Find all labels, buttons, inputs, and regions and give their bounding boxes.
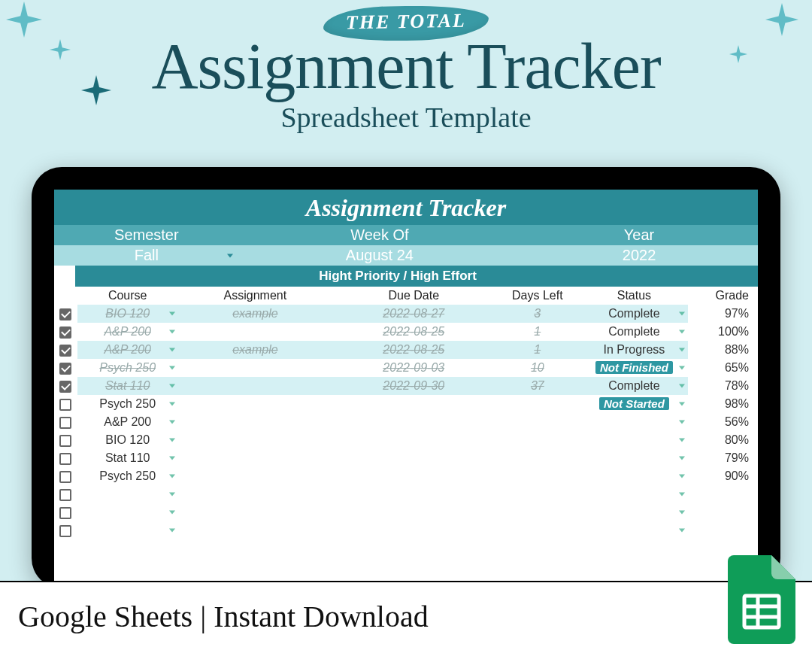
assignment-cell[interactable] — [178, 485, 333, 503]
assignment-cell[interactable] — [178, 521, 333, 539]
status-cell[interactable] — [580, 449, 688, 467]
due-date-cell[interactable]: 2022-09-30 — [332, 377, 495, 395]
days-left-cell[interactable] — [495, 521, 580, 539]
year-select[interactable]: 2022 — [520, 245, 758, 266]
grade-cell[interactable]: 80% — [688, 431, 758, 449]
days-left-cell[interactable]: 1 — [495, 341, 580, 359]
grade-cell[interactable]: 79% — [688, 449, 758, 467]
assignment-cell[interactable] — [178, 323, 333, 341]
days-left-cell[interactable] — [495, 467, 580, 485]
days-left-cell[interactable] — [495, 503, 580, 521]
status-cell[interactable] — [580, 485, 688, 503]
row-checkbox[interactable] — [59, 453, 71, 465]
assignment-cell[interactable]: example — [178, 341, 333, 359]
row-checkbox[interactable] — [59, 471, 71, 483]
days-left-cell[interactable]: 3 — [495, 305, 580, 323]
status-cell[interactable] — [580, 431, 688, 449]
grade-cell[interactable] — [688, 503, 758, 521]
days-left-cell[interactable]: 37 — [495, 377, 580, 395]
course-cell[interactable] — [77, 521, 178, 539]
assignment-cell[interactable] — [178, 413, 333, 431]
status-cell[interactable]: Not Finished — [580, 359, 688, 377]
days-left-cell[interactable] — [495, 431, 580, 449]
chevron-down-icon — [679, 421, 685, 424]
days-left-cell[interactable] — [495, 413, 580, 431]
row-checkbox[interactable] — [59, 363, 71, 375]
grade-cell[interactable]: 100% — [688, 323, 758, 341]
course-cell[interactable]: Psych 250 — [77, 467, 178, 485]
due-date-cell[interactable] — [332, 467, 495, 485]
grade-cell[interactable]: 78% — [688, 377, 758, 395]
days-left-cell[interactable]: 10 — [495, 359, 580, 377]
status-cell[interactable]: Complete — [580, 305, 688, 323]
days-left-cell[interactable]: 1 — [495, 323, 580, 341]
sheet-title: Assignment Tracker — [54, 190, 758, 225]
due-date-cell[interactable]: 2022-08-25 — [332, 323, 495, 341]
row-checkbox[interactable] — [59, 417, 71, 429]
grade-cell[interactable]: 88% — [688, 341, 758, 359]
status-cell[interactable]: In Progress — [580, 341, 688, 359]
course-cell[interactable] — [77, 485, 178, 503]
status-cell[interactable] — [580, 467, 688, 485]
assignment-cell[interactable] — [178, 431, 333, 449]
week-select[interactable]: August 24 — [239, 245, 520, 266]
due-date-cell[interactable] — [332, 395, 495, 413]
status-cell[interactable] — [580, 521, 688, 539]
assignment-cell[interactable] — [178, 359, 333, 377]
grade-cell[interactable]: 97% — [688, 305, 758, 323]
chevron-down-icon — [169, 348, 175, 352]
grade-cell[interactable]: 90% — [688, 467, 758, 485]
row-checkbox[interactable] — [59, 435, 71, 447]
assignment-cell[interactable] — [178, 503, 333, 521]
course-cell[interactable]: Psych 250 — [77, 395, 178, 413]
week-value: August 24 — [346, 247, 414, 263]
grade-cell[interactable] — [688, 485, 758, 503]
row-checkbox[interactable] — [59, 381, 71, 393]
due-date-cell[interactable]: 2022-08-27 — [332, 305, 495, 323]
course-cell[interactable]: A&P 200 — [77, 323, 178, 341]
row-checkbox[interactable] — [59, 525, 71, 537]
assignment-cell[interactable] — [178, 377, 333, 395]
row-checkbox[interactable] — [59, 308, 71, 320]
due-date-cell[interactable] — [332, 431, 495, 449]
row-checkbox[interactable] — [59, 489, 71, 501]
grade-cell[interactable]: 98% — [688, 395, 758, 413]
course-cell[interactable]: BIO 120 — [77, 305, 178, 323]
course-cell[interactable]: A&P 200 — [77, 413, 178, 431]
table-row: A&P 20056% — [54, 413, 758, 431]
due-date-cell[interactable] — [332, 413, 495, 431]
course-cell[interactable]: A&P 200 — [77, 341, 178, 359]
course-cell[interactable]: BIO 120 — [77, 431, 178, 449]
assignment-cell[interactable] — [178, 467, 333, 485]
status-cell[interactable] — [580, 503, 688, 521]
grade-cell[interactable] — [688, 521, 758, 539]
course-cell[interactable] — [77, 503, 178, 521]
assignment-cell[interactable]: example — [178, 305, 333, 323]
due-date-cell[interactable]: 2022-09-03 — [332, 359, 495, 377]
due-date-cell[interactable] — [332, 521, 495, 539]
days-left-cell[interactable] — [495, 485, 580, 503]
row-checkbox[interactable] — [59, 327, 71, 339]
chevron-down-icon — [227, 254, 233, 257]
due-date-cell[interactable]: 2022-08-25 — [332, 341, 495, 359]
status-cell[interactable]: Complete — [580, 377, 688, 395]
semester-select[interactable]: Fall — [54, 245, 239, 266]
row-checkbox[interactable] — [59, 507, 71, 519]
assignment-cell[interactable] — [178, 449, 333, 467]
course-cell[interactable]: Psych 250 — [77, 359, 178, 377]
days-left-cell[interactable] — [495, 395, 580, 413]
row-checkbox[interactable] — [59, 399, 71, 411]
due-date-cell[interactable] — [332, 503, 495, 521]
status-cell[interactable] — [580, 413, 688, 431]
days-left-cell[interactable] — [495, 449, 580, 467]
due-date-cell[interactable] — [332, 449, 495, 467]
grade-cell[interactable]: 65% — [688, 359, 758, 377]
due-date-cell[interactable] — [332, 485, 495, 503]
course-cell[interactable]: Stat 110 — [77, 449, 178, 467]
status-cell[interactable]: Not Started — [580, 395, 688, 413]
status-cell[interactable]: Complete — [580, 323, 688, 341]
assignment-cell[interactable] — [178, 395, 333, 413]
row-checkbox[interactable] — [59, 345, 71, 357]
course-cell[interactable]: Stat 110 — [77, 377, 178, 395]
grade-cell[interactable]: 56% — [688, 413, 758, 431]
